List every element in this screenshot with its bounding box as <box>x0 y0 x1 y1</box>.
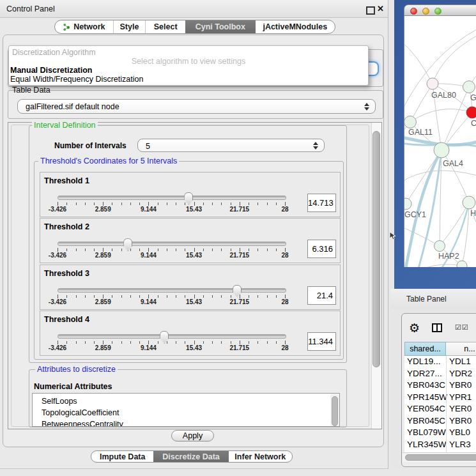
algorithm-hint: Select algorithm to view settings <box>9 57 368 66</box>
tab-jactivemnodules[interactable]: jActiveMNodules <box>256 20 335 33</box>
attribute-list-item[interactable]: BetweennessCentrality <box>33 418 339 427</box>
node-label: GAL11 <box>408 128 433 137</box>
close-traffic-light[interactable] <box>410 8 417 15</box>
slider-tick <box>85 295 86 298</box>
vertical-scrollbar-thumb[interactable] <box>372 131 380 367</box>
horizontal-scrollbar[interactable] <box>403 452 476 462</box>
cell-shared-name: YER054C <box>407 404 445 413</box>
slider-tick <box>276 341 277 344</box>
tab-network[interactable]: Network <box>55 20 114 33</box>
thresholds-group-title: Threshold's Coordinates for 5 Intervals <box>38 157 179 165</box>
table-row[interactable]: YDR27...YDR2 <box>404 368 476 380</box>
table-row[interactable]: YPR145WYPR1 <box>404 392 476 404</box>
network-node[interactable] <box>434 142 449 158</box>
network-node[interactable] <box>404 198 411 210</box>
node-label: HAP2 <box>438 252 459 261</box>
network-canvas[interactable]: GAL80GCGAL11GAL4GCY1HHAP2 <box>404 16 476 267</box>
tab-label: Select <box>154 22 178 31</box>
network-node[interactable] <box>463 196 475 209</box>
threshold-panel: Threshold 1-3.4262.8599.14415.4321.71528… <box>40 172 341 217</box>
split-columns-icon[interactable] <box>432 323 442 332</box>
slider-track[interactable] <box>58 288 286 293</box>
attribute-list-item[interactable]: TopologicalCoefficient <box>33 407 339 418</box>
tab-label: Discretize Data <box>162 452 220 461</box>
node-label: GAL4 <box>443 159 463 168</box>
network-edge[interactable] <box>462 203 469 266</box>
network-view-window: GAL80GCGAL11GAL4GCY1HHAP2 <box>404 4 476 267</box>
network-edge[interactable] <box>410 109 472 122</box>
network-node[interactable] <box>466 107 476 118</box>
slider-track[interactable] <box>58 334 286 339</box>
slider-tick <box>231 341 231 344</box>
network-node[interactable] <box>457 261 467 267</box>
table-row[interactable]: YBR043CYBR0 <box>404 380 476 392</box>
slider-thumb[interactable] <box>233 285 242 298</box>
slider-tick <box>66 203 67 205</box>
cell-shared-name: YPR145W <box>407 392 447 402</box>
tab-cyni-toolbox[interactable]: Cyni Toolbox <box>185 20 256 33</box>
network-node[interactable] <box>404 116 417 128</box>
tab-style[interactable]: Style <box>114 20 146 33</box>
slider-thumb[interactable] <box>184 192 193 205</box>
slider-tick <box>257 295 258 298</box>
network-edge[interactable] <box>441 150 469 203</box>
column-header-name[interactable]: n... <box>446 342 476 356</box>
network-edge[interactable] <box>433 35 476 84</box>
network-node[interactable] <box>463 81 475 93</box>
network-edge[interactable] <box>440 203 469 246</box>
threshold-value-field[interactable]: 11.344 <box>307 332 336 351</box>
minimize-traffic-light[interactable] <box>422 8 429 15</box>
slider-track[interactable] <box>58 242 286 246</box>
float-window-icon[interactable] <box>366 6 375 15</box>
apply-button[interactable]: Apply <box>171 430 214 441</box>
column-header-shared-name[interactable]: shared... <box>404 342 446 356</box>
algorithm-option-manual[interactable]: Manual Discretization <box>10 66 93 75</box>
list-scrollbar[interactable] <box>330 394 339 426</box>
table-row[interactable]: YLR345WYLR3 <box>404 439 476 451</box>
slider-thumb[interactable] <box>160 331 169 344</box>
table-data-combobox[interactable]: galFiltered.sif default node <box>17 99 376 114</box>
tab-label: Impute Data <box>100 452 146 461</box>
table-body: YDL19...YDL1YDR27...YDR2YBR043CYBR0YPR14… <box>404 356 476 454</box>
algorithm-option-equal-width[interactable]: Equal Width/Frequency Discretization <box>10 75 143 84</box>
table-row[interactable]: YER054CYER0 <box>404 403 476 415</box>
slider-tick <box>257 341 258 344</box>
tab-label: jActiveMNodules <box>263 22 327 31</box>
table-data-title: Table Data <box>10 86 52 95</box>
tab-label: Style <box>120 22 139 31</box>
numerical-attributes-list[interactable]: SelfLoopsTopologicalCoefficientBetweenne… <box>32 393 340 427</box>
list-scrollbar-thumb[interactable] <box>332 396 338 426</box>
number-of-intervals-spinner[interactable]: 5 <box>137 139 325 152</box>
attribute-list-item[interactable]: SelfLoops <box>33 395 339 407</box>
tab-impute-data[interactable]: Impute Data <box>91 451 153 462</box>
tab-infer-network[interactable]: Infer Network <box>229 451 292 462</box>
slider-scale-label: 28 <box>263 344 307 351</box>
zoom-traffic-light[interactable] <box>434 8 441 15</box>
table-row[interactable]: YDL19...YDL1 <box>404 356 476 368</box>
network-edge[interactable] <box>404 42 433 84</box>
slider-track[interactable] <box>58 196 286 200</box>
network-node[interactable] <box>427 78 438 89</box>
tab-discretize-data[interactable]: Discretize Data <box>153 451 228 462</box>
threshold-value-field[interactable]: 14.713 <box>307 194 336 212</box>
horizontal-scrollbar-thumb[interactable] <box>405 454 476 461</box>
slider-thumb[interactable] <box>123 238 132 251</box>
network-icon <box>63 23 70 31</box>
tab-select[interactable]: Select <box>146 20 185 33</box>
table-row[interactable]: YBR045CYBR0 <box>404 415 476 427</box>
close-icon[interactable]: ✕ <box>377 4 384 13</box>
gear-icon[interactable]: ⚙ <box>409 321 420 335</box>
select-columns-icon[interactable]: ☑☑ <box>455 323 469 332</box>
threshold-value-field[interactable]: 6.316 <box>307 240 336 258</box>
slider-tick <box>203 341 204 344</box>
number-of-intervals-label: Number of Intervals <box>54 141 127 150</box>
slider-tick <box>85 341 86 344</box>
threshold-panel: Threshold 4-3.4262.8599.14415.4321.71528… <box>40 311 341 356</box>
network-window-titlebar <box>404 4 476 16</box>
slider-scale-label: -3.426 <box>35 206 80 213</box>
slider-tick <box>130 249 131 251</box>
network-edge[interactable] <box>404 171 476 182</box>
threshold-value-field[interactable]: 21.4 <box>307 286 336 305</box>
network-node[interactable] <box>434 241 445 252</box>
table-row[interactable]: YBL079WYBL0 <box>404 427 476 439</box>
